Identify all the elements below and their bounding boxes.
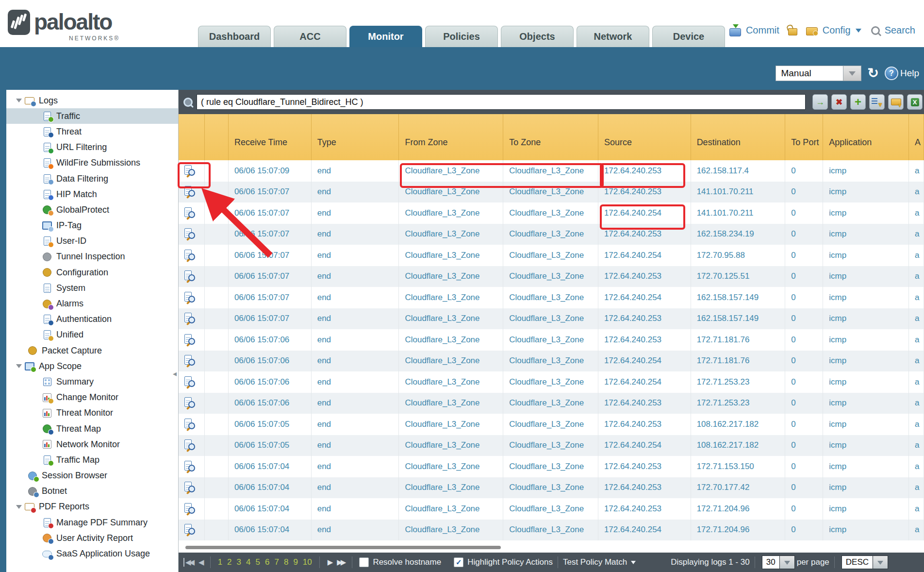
cell-application[interactable]: icmp [823, 182, 909, 203]
cell-source[interactable]: 172.64.240.254 [598, 435, 691, 456]
log-detail-icon[interactable] [184, 292, 195, 303]
cell-a[interactable]: a [909, 266, 924, 287]
cell-application[interactable]: icmp [823, 456, 909, 477]
load-filter-icon[interactable] [888, 94, 904, 110]
log-detail-icon[interactable] [184, 228, 195, 240]
cell-to-port[interactable]: 0 [785, 477, 823, 499]
cell-a[interactable]: a [909, 182, 924, 203]
cell-receive-time[interactable]: 06/06 15:07:07 [229, 202, 312, 224]
cell-to-port[interactable]: 0 [785, 266, 823, 287]
sidebar-collapse-handle[interactable]: ◂ [173, 369, 177, 378]
cell-type[interactable]: end [312, 456, 399, 477]
clear-filter-icon[interactable] [831, 94, 847, 110]
col-header-to-zone[interactable]: To Zone [503, 114, 598, 160]
add-filter-icon[interactable] [850, 94, 866, 110]
cell-destination[interactable]: 172.70.125.51 [691, 266, 786, 287]
cell-to-zone[interactable]: Cloudflare_L3_Zone [503, 266, 598, 287]
tab-dashboard[interactable]: Dashboard [198, 26, 271, 47]
cell-source[interactable]: 172.64.240.253 [598, 393, 691, 414]
cell-a[interactable]: a [909, 520, 924, 541]
cell-receive-time[interactable]: 06/06 15:07:07 [229, 308, 312, 330]
config-button[interactable]: Config [823, 25, 851, 36]
cell-receive-time[interactable]: 06/06 15:07:07 [229, 287, 312, 308]
cell-from-zone[interactable]: Cloudflare_L3_Zone [399, 351, 503, 372]
cell-destination[interactable]: 141.101.70.211 [691, 202, 786, 224]
cell-type[interactable]: end [312, 182, 399, 203]
log-detail-icon[interactable] [184, 270, 195, 282]
cell-source[interactable]: 172.64.240.253 [598, 160, 691, 182]
sidebar-item-alarms[interactable]: Alarms [6, 296, 178, 311]
cell-a[interactable]: a [909, 224, 924, 245]
cell-destination[interactable]: 162.158.157.149 [691, 308, 786, 330]
cell-to-port[interactable]: 0 [785, 520, 823, 541]
log-detail-icon[interactable] [184, 250, 195, 261]
cell-type[interactable]: end [312, 477, 399, 499]
cell-application[interactable]: icmp [823, 393, 909, 414]
cell-type[interactable]: end [312, 393, 399, 414]
cell-receive-time[interactable]: 06/06 15:07:07 [229, 266, 312, 287]
cell-from-zone[interactable]: Cloudflare_L3_Zone [399, 160, 503, 182]
sidebar-item-threat-monitor[interactable]: Threat Monitor [6, 405, 178, 421]
cell-from-zone[interactable]: Cloudflare_L3_Zone [399, 245, 503, 266]
first-page-icon[interactable]: ◀◀ [183, 558, 193, 567]
cell-a[interactable]: a [909, 351, 924, 372]
cell-from-zone[interactable]: Cloudflare_L3_Zone [399, 520, 503, 541]
horizontal-scrollbar-thumb[interactable] [185, 546, 501, 549]
cell-type[interactable]: end [312, 160, 399, 182]
cell-to-zone[interactable]: Cloudflare_L3_Zone [503, 477, 598, 499]
cell-destination[interactable]: 162.158.157.149 [691, 287, 786, 308]
page-number-4[interactable]: 4 [246, 557, 250, 567]
sidebar-item-traffic[interactable]: Traffic [6, 108, 178, 124]
cell-source[interactable]: 172.64.240.253 [598, 266, 691, 287]
cell-destination[interactable]: 172.71.153.150 [691, 456, 786, 477]
cell-receive-time[interactable]: 06/06 15:07:05 [229, 435, 312, 456]
log-detail-icon[interactable] [184, 461, 195, 472]
cell-a[interactable]: a [909, 477, 924, 499]
cell-type[interactable]: end [312, 498, 399, 520]
cell-receive-time[interactable]: 06/06 15:07:06 [229, 329, 312, 351]
cell-a[interactable]: a [909, 456, 924, 477]
cell-to-zone[interactable]: Cloudflare_L3_Zone [503, 182, 598, 203]
sidebar-item-network-monitor[interactable]: Network Monitor [6, 437, 178, 452]
sidebar-item-traffic-map[interactable]: Traffic Map [6, 452, 178, 468]
tab-device[interactable]: Device [652, 26, 725, 47]
cell-receive-time[interactable]: 06/06 15:07:04 [229, 456, 312, 477]
tab-acc[interactable]: ACC [274, 26, 346, 47]
col-header-from-zone[interactable]: From Zone [399, 114, 503, 160]
sort-order-caret-icon[interactable] [873, 555, 888, 569]
cell-destination[interactable]: 172.71.181.76 [691, 351, 786, 372]
cell-type[interactable]: end [312, 202, 399, 224]
log-detail-icon[interactable] [184, 524, 195, 536]
col-header-source[interactable]: Source [598, 114, 691, 160]
cell-destination[interactable]: 172.71.204.96 [691, 520, 786, 541]
sidebar-item-configuration[interactable]: Configuration [6, 265, 178, 280]
per-page-select[interactable]: 30 [762, 555, 795, 569]
page-number-5[interactable]: 5 [256, 557, 260, 567]
col-header-type[interactable]: Type [312, 114, 399, 160]
cell-to-port[interactable]: 0 [785, 435, 823, 456]
cell-source[interactable]: 172.64.240.253 [598, 329, 691, 351]
tab-monitor[interactable]: Monitor [349, 26, 422, 47]
tab-network[interactable]: Network [577, 26, 649, 47]
page-number-9[interactable]: 9 [293, 557, 297, 567]
cell-application[interactable]: icmp [823, 224, 909, 245]
cell-to-port[interactable]: 0 [785, 456, 823, 477]
cell-to-zone[interactable]: Cloudflare_L3_Zone [503, 245, 598, 266]
cell-type[interactable]: end [312, 266, 399, 287]
log-detail-icon[interactable] [184, 355, 195, 367]
cell-to-zone[interactable]: Cloudflare_L3_Zone [503, 414, 598, 435]
sidebar-item-session-browser[interactable]: Session Browser [6, 468, 178, 484]
log-detail-icon[interactable] [184, 207, 195, 219]
cell-to-port[interactable]: 0 [785, 245, 823, 266]
cell-application[interactable]: icmp [823, 435, 909, 456]
log-detail-icon[interactable] [184, 313, 195, 324]
cell-to-zone[interactable]: Cloudflare_L3_Zone [503, 371, 598, 393]
cell-application[interactable]: icmp [823, 498, 909, 520]
cell-to-zone[interactable]: Cloudflare_L3_Zone [503, 160, 598, 182]
cell-destination[interactable]: 108.162.217.182 [691, 414, 786, 435]
cell-type[interactable]: end [312, 245, 399, 266]
sidebar-item-url-filtering[interactable]: URL Filtering [6, 140, 178, 155]
cell-source[interactable]: 172.64.240.254 [598, 245, 691, 266]
cell-receive-time[interactable]: 06/06 15:07:07 [229, 224, 312, 245]
cell-from-zone[interactable]: Cloudflare_L3_Zone [399, 202, 503, 224]
